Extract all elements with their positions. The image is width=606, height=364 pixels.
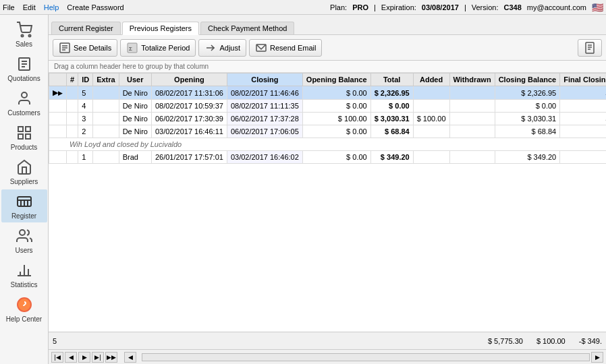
toolbar-right — [578, 39, 602, 57]
nav-scroll-right[interactable]: ▶ — [591, 352, 603, 363]
sidebar-item-suppliers[interactable]: Suppliers — [1, 155, 47, 188]
table-row[interactable]: 3 De Niro 06/02/2017 17:30:39 06/02/2017… — [49, 113, 607, 125]
row-4-added — [413, 100, 449, 113]
table-row[interactable]: 2 De Niro 03/02/2017 16:46:11 06/02/2017… — [49, 125, 607, 138]
svg-text:Σ: Σ — [129, 46, 132, 52]
separator2: | — [464, 3, 466, 11]
customers-icon — [13, 89, 35, 108]
row-indicator-3 — [49, 113, 67, 125]
totalize-period-button[interactable]: Σ Totalize Period — [120, 39, 196, 57]
toolbar-extra-button[interactable] — [578, 39, 602, 57]
tab-previous-registers[interactable]: Previous Registers — [122, 22, 199, 35]
account-email: my@account.com — [527, 3, 586, 11]
see-details-label: See Details — [74, 44, 111, 52]
col-added[interactable]: Added — [413, 73, 449, 86]
table-row[interactable]: 1 Brad 26/01/2017 17:57:01 03/02/2017 16… — [49, 151, 607, 164]
see-details-button[interactable]: See Details — [53, 39, 117, 57]
sidebar-item-quotations[interactable]: Quotations — [1, 52, 47, 85]
row-5-closing: 08/02/2017 11:46:46 — [227, 86, 302, 100]
tab-check-payment-method[interactable]: Check Payment Method — [200, 22, 294, 34]
expiration-label: Expiration: — [381, 3, 416, 11]
row-3-closing: 06/02/2017 17:37:28 — [227, 113, 302, 125]
col-hash[interactable]: # — [67, 73, 78, 86]
row-2-closing-balance: $ 68.84 — [495, 125, 560, 138]
sidebar-label-users: Users — [15, 247, 32, 254]
row-2-total: $ 68.84 — [370, 125, 413, 138]
col-opening[interactable]: Opening — [151, 73, 227, 86]
content-area: Current Register Previous Registers Chec… — [49, 15, 606, 364]
col-indicator[interactable] — [49, 73, 67, 86]
col-closing-balance[interactable]: Closing Balance — [495, 73, 560, 86]
row-3-closing-balance: $ 3,030.31 — [495, 113, 560, 125]
svg-point-1 — [28, 35, 30, 37]
sidebar-label-sales: Sales — [16, 40, 32, 48]
row-5-total: $ 2,326.95 — [370, 86, 413, 100]
col-opening-balance[interactable]: Opening Balance — [302, 73, 370, 86]
menu-file[interactable]: File — [3, 3, 15, 11]
separator1: | — [374, 3, 376, 11]
main-layout: Sales Quotations Customers — [0, 15, 606, 364]
row-4-closing: 08/02/2017 11:11:35 — [227, 100, 302, 113]
row-5-user: De Niro — [119, 86, 151, 100]
row-5-opening: 08/02/2017 11:31:06 — [151, 86, 227, 100]
col-total[interactable]: Total — [370, 73, 413, 86]
sidebar-item-customers[interactable]: Customers — [1, 86, 47, 119]
col-withdrawn[interactable]: Withdrawn — [449, 73, 495, 86]
nav-more-button[interactable]: ▶▶ — [105, 352, 117, 363]
adjust-button[interactable]: Adjust — [198, 39, 246, 57]
table-row[interactable]: ▶ 5 De Niro 08/02/2017 11:31:06 08/02/20… — [49, 86, 607, 100]
sidebar-item-statistics[interactable]: Statistics — [1, 258, 47, 291]
sidebar-item-users[interactable]: Users — [1, 224, 47, 257]
sidebar-item-help[interactable]: Help Center — [1, 293, 47, 326]
svg-rect-8 — [26, 127, 30, 131]
row-4-final-closing-balance: $ 0.00 — [560, 100, 606, 113]
svg-point-6 — [22, 92, 27, 98]
create-password[interactable]: Create Password — [67, 3, 123, 11]
col-final-closing-balance[interactable]: Final Closing Balance — [560, 73, 606, 86]
nav-prev-button[interactable]: ◀ — [65, 352, 77, 363]
row-indicator-5: ▶ — [49, 86, 67, 100]
menu-help[interactable]: Help — [44, 3, 59, 11]
sidebar-item-register[interactable]: Register — [1, 189, 47, 222]
svg-point-0 — [21, 35, 23, 37]
row-2-withdrawn — [449, 125, 495, 138]
register-icon — [13, 192, 35, 211]
svg-point-21 — [24, 307, 25, 309]
footer-scrollbar[interactable] — [142, 353, 590, 361]
row-1-extra — [93, 151, 119, 164]
row-4-user: De Niro — [119, 100, 151, 113]
tab-current-register[interactable]: Current Register — [51, 22, 121, 34]
table-header-row: # ID Extra User Opening Closing Opening … — [49, 73, 607, 86]
sidebar-item-sales[interactable]: Sales — [1, 18, 47, 51]
row-3-added: $ 100.00 — [413, 113, 449, 125]
col-user[interactable]: User — [119, 73, 151, 86]
registers-table: # ID Extra User Opening Closing Opening … — [49, 73, 606, 164]
table-container[interactable]: # ID Extra User Opening Closing Opening … — [49, 73, 606, 332]
sidebar-label-customers: Customers — [7, 109, 40, 117]
row-1-withdrawn — [449, 151, 495, 164]
note-row-text: Wih Loyd and closed by Lucivaldo — [49, 138, 607, 151]
menu-edit[interactable]: Edit — [23, 3, 36, 11]
row-4-opening: 08/02/2017 10:59:37 — [151, 100, 227, 113]
col-id[interactable]: ID — [78, 73, 93, 86]
sidebar-label-quotations: Quotations — [7, 75, 40, 82]
help-icon — [13, 295, 35, 314]
row-3-opening: 06/02/2017 17:30:39 — [151, 113, 227, 125]
row-2-added — [413, 125, 449, 138]
row-2-final-closing-balance: $ 68.84 — [560, 125, 606, 138]
sidebar-item-products[interactable]: Products — [1, 121, 47, 154]
footer-nav: |◀ ◀ ▶ ▶| ▶▶ ◀ ▶ — [49, 349, 606, 364]
table-row[interactable]: 4 De Niro 08/02/2017 10:59:37 08/02/2017… — [49, 100, 607, 113]
group-bar: Drag a column header here to group by th… — [49, 61, 606, 73]
col-closing[interactable]: Closing — [227, 73, 302, 86]
nav-first-button[interactable]: |◀ — [51, 352, 63, 363]
row-3-hash — [67, 113, 78, 125]
plan-value: PRO — [352, 3, 368, 11]
nav-scroll-left[interactable]: ◀ — [124, 352, 136, 363]
footer-count: 5 — [53, 337, 57, 345]
nav-last-button[interactable]: ▶| — [92, 352, 104, 363]
col-extra[interactable]: Extra — [93, 73, 119, 86]
resend-email-button[interactable]: Resend Email — [249, 39, 322, 57]
row-2-user: De Niro — [119, 125, 151, 138]
nav-next-button[interactable]: ▶ — [78, 352, 90, 363]
